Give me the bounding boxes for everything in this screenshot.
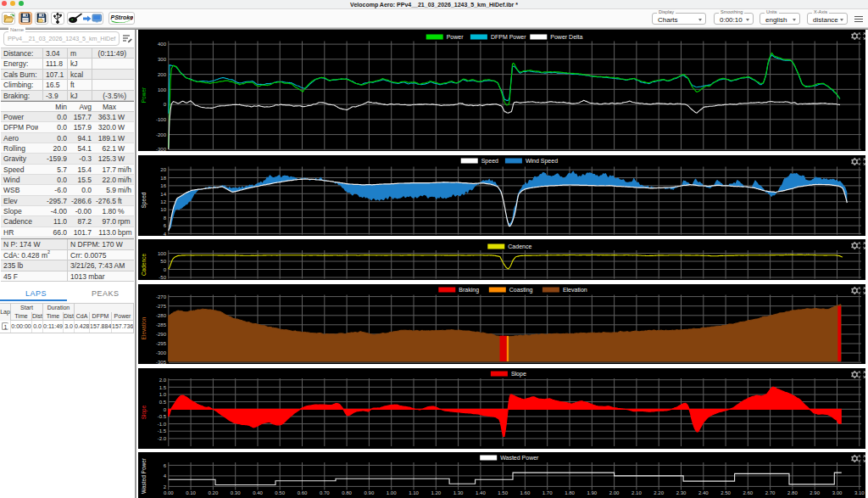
svg-text:0.00: 0.00 xyxy=(164,490,174,495)
svg-text:-300: -300 xyxy=(156,147,167,152)
svg-text:1.40: 1.40 xyxy=(476,490,486,495)
svg-text:-50: -50 xyxy=(159,275,166,280)
svg-text:PStroke: PStroke xyxy=(110,14,133,20)
svg-text:Power Delta: Power Delta xyxy=(550,34,582,40)
svg-text:2.40: 2.40 xyxy=(698,490,709,495)
svg-text:Cadence: Cadence xyxy=(508,243,531,249)
svg-text:0.40: 0.40 xyxy=(253,490,263,495)
svg-text:DFPM Power: DFPM Power xyxy=(491,34,526,40)
svg-text:0.10: 0.10 xyxy=(186,490,196,495)
svg-text:2.10: 2.10 xyxy=(632,490,642,495)
svg-text:2.00: 2.00 xyxy=(609,490,620,495)
svg-text:12: 12 xyxy=(160,199,166,204)
svg-text:50: 50 xyxy=(160,259,166,264)
svg-text:-290: -290 xyxy=(156,332,167,337)
svg-text:0.80: 0.80 xyxy=(342,490,352,495)
svg-text:10: 10 xyxy=(160,207,166,212)
svg-text:2.50: 2.50 xyxy=(721,490,731,495)
svg-text:100: 100 xyxy=(158,251,167,256)
svg-text:Power: Power xyxy=(447,34,465,40)
svg-text:-305: -305 xyxy=(156,360,167,365)
svg-text:2.90: 2.90 xyxy=(810,490,820,495)
svg-text:1.5: 1.5 xyxy=(159,385,167,390)
svg-text:1.30: 1.30 xyxy=(453,490,464,495)
svg-text:Power: Power xyxy=(141,87,147,103)
svg-text:100: 100 xyxy=(158,87,167,92)
svg-text:14: 14 xyxy=(160,192,166,197)
svg-text:0.5: 0.5 xyxy=(159,400,167,405)
svg-text:Elevation: Elevation xyxy=(563,287,587,293)
svg-text:2.60: 2.60 xyxy=(743,490,753,495)
svg-text:2.30: 2.30 xyxy=(676,490,687,495)
svg-text:-0.5: -0.5 xyxy=(158,414,167,419)
svg-text:-270: -270 xyxy=(156,294,167,299)
svg-text:0.90: 0.90 xyxy=(364,490,375,495)
svg-text:Slope: Slope xyxy=(511,371,526,378)
svg-text:400: 400 xyxy=(158,42,167,47)
svg-text:Braking: Braking xyxy=(459,287,479,294)
svg-text:0.20: 0.20 xyxy=(209,490,219,495)
svg-text:1.00: 1.00 xyxy=(387,490,397,495)
svg-text:-275: -275 xyxy=(156,304,167,309)
svg-text:Speed: Speed xyxy=(481,158,498,165)
svg-text:Speed: Speed xyxy=(141,192,147,208)
svg-text:1.50: 1.50 xyxy=(498,490,508,495)
svg-text:1.20: 1.20 xyxy=(431,490,441,495)
svg-text:2.70: 2.70 xyxy=(765,490,776,495)
svg-text:18: 18 xyxy=(160,176,166,181)
svg-text:-1.0: -1.0 xyxy=(158,422,167,427)
svg-text:Cadence: Cadence xyxy=(141,254,147,276)
svg-text:Coasting: Coasting xyxy=(509,287,533,294)
svg-text:0.30: 0.30 xyxy=(231,490,241,495)
svg-text:1.10: 1.10 xyxy=(409,490,419,495)
svg-text:Wasted Power: Wasted Power xyxy=(500,455,539,461)
svg-text:-200: -200 xyxy=(156,132,167,137)
svg-text:2.20: 2.20 xyxy=(654,490,664,495)
svg-text:300: 300 xyxy=(158,57,167,62)
svg-text:0.60: 0.60 xyxy=(298,490,308,495)
svg-text:-1.5: -1.5 xyxy=(158,428,167,434)
svg-text:-2.0: -2.0 xyxy=(158,436,167,441)
svg-text:Wasted Power: Wasted Power xyxy=(141,457,147,494)
svg-text:0.50: 0.50 xyxy=(275,490,285,495)
svg-text:-100: -100 xyxy=(156,117,167,122)
svg-text:200: 200 xyxy=(158,72,167,77)
svg-text:-300: -300 xyxy=(156,350,167,355)
svg-text:1.90: 1.90 xyxy=(587,490,597,495)
svg-text:-295: -295 xyxy=(156,341,167,346)
svg-text:20: 20 xyxy=(160,167,166,172)
svg-text:3.00: 3.00 xyxy=(832,490,843,495)
svg-text:Elevation: Elevation xyxy=(141,316,147,339)
svg-text:16: 16 xyxy=(160,183,166,188)
svg-text:1.0: 1.0 xyxy=(159,392,167,397)
svg-text:-280: -280 xyxy=(156,313,167,318)
svg-text:1.80: 1.80 xyxy=(565,490,575,495)
svg-text:-285: -285 xyxy=(156,322,167,327)
svg-text:1.60: 1.60 xyxy=(520,490,531,495)
svg-text:1.70: 1.70 xyxy=(542,490,553,495)
svg-text:2.0: 2.0 xyxy=(159,378,167,383)
svg-text:0.70: 0.70 xyxy=(320,490,330,495)
svg-text:2.80: 2.80 xyxy=(787,490,798,495)
svg-text:3.10: 3.10 xyxy=(854,490,865,495)
svg-text:Slope: Slope xyxy=(141,405,147,419)
svg-text:Wind Speed: Wind Speed xyxy=(526,158,558,165)
